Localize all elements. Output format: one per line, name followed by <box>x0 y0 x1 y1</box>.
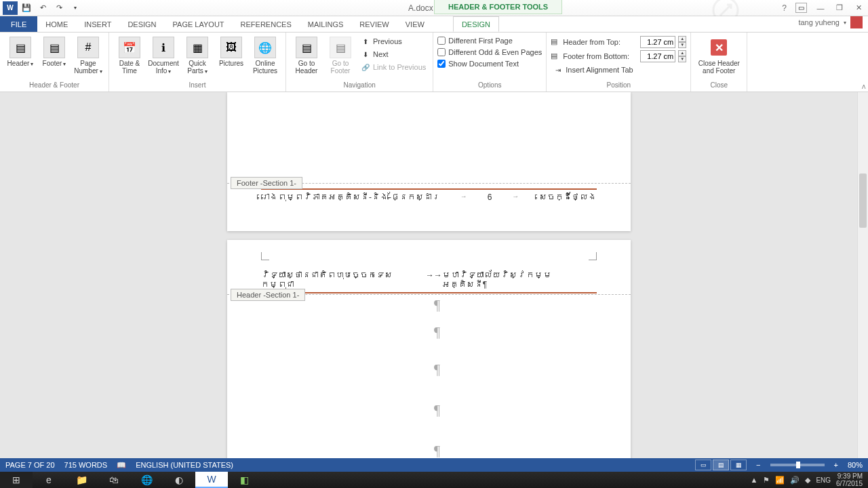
document-info-icon: ℹ <box>153 37 174 58</box>
zoom-in-button[interactable]: + <box>834 461 838 469</box>
document-info-button[interactable]: ℹ Document Info <box>147 34 180 75</box>
taskbar-camtasia-icon[interactable]: ◧ <box>228 472 260 488</box>
show-document-text-checkbox[interactable]: Show Document Text <box>437 58 542 69</box>
link-to-previous-button[interactable]: 🔗Link to Previous <box>358 61 429 73</box>
tab-view[interactable]: VIEW <box>397 16 433 32</box>
header-zone[interactable]: វិទ្យាស្ថានជាតិពហុបច្ចេកទេសកម្ពុជា → → ម… <box>261 270 597 296</box>
link-icon: 🔗 <box>361 62 370 72</box>
tab-file[interactable]: FILE <box>0 16 37 32</box>
different-odd-even-checkbox[interactable]: Different Odd & Even Pages <box>437 47 542 58</box>
zoom-out-button[interactable]: − <box>756 461 760 469</box>
group-header-footer: ▤ Header ▤ Footer # Page Number Header &… <box>0 33 109 92</box>
tray-flag-icon[interactable]: ⚑ <box>763 476 770 485</box>
tray-clock[interactable]: 9:39 PM 6/7/2015 <box>836 472 863 487</box>
goto-footer-button[interactable]: ▤ Go to Footer <box>324 34 357 75</box>
header-top-icon: ▤ <box>551 37 560 47</box>
quick-parts-button[interactable]: ▦ Quick Parts <box>181 34 214 75</box>
footer-bottom-icon: ▤ <box>551 52 560 61</box>
web-layout-button[interactable]: ▦ <box>730 460 747 470</box>
zoom-slider[interactable] <box>770 464 825 466</box>
header-from-top-input[interactable] <box>640 36 675 48</box>
online-pictures-button[interactable]: 🌐 Online Pictures <box>249 34 281 75</box>
next-button[interactable]: ⬇Next <box>358 48 429 60</box>
help-icon[interactable]: ? <box>782 3 787 13</box>
user-name: tang yuheng <box>798 18 840 26</box>
restore-button[interactable]: ❐ <box>830 1 849 15</box>
spinner[interactable]: ▲▼ <box>678 36 686 48</box>
document-canvas[interactable]: Footer -Section 1- រោងពុម្ពវិភាគអគ្គិសនី… <box>0 92 857 464</box>
pilcrow-icon: ¶ <box>434 403 440 418</box>
insert-alignment-tab-button[interactable]: ⇥Insert Alignment Tab <box>551 64 686 76</box>
scrollbar-thumb[interactable] <box>859 174 867 228</box>
language-indicator[interactable]: ENGLISH (UNITED STATES) <box>136 461 233 469</box>
goto-footer-icon: ▤ <box>330 37 351 58</box>
close-window-button[interactable]: ✕ <box>849 1 868 15</box>
close-header-footer-button[interactable]: ✕ Close Header and Footer <box>695 34 743 75</box>
vertical-scrollbar[interactable] <box>857 92 868 464</box>
read-mode-button[interactable]: ▭ <box>695 460 711 470</box>
footer-button[interactable]: ▤ Footer <box>38 34 71 68</box>
word-icon[interactable]: W <box>3 1 18 15</box>
word-count[interactable]: 715 WORDS <box>64 461 108 469</box>
pictures-button[interactable]: 🖼 Pictures <box>215 34 248 67</box>
taskbar: ⊞ e 📁 🛍 🌐 ◐ W ◧ ▲ ⚑ 📶 🔊 ◆ ENG 9:39 PM 6/… <box>0 472 868 488</box>
page: Footer -Section 1- រោងពុម្ពវិភាគអគ្គិសនី… <box>227 92 631 231</box>
footer-zone[interactable]: រោងពុម្ពវិភាគអគ្គិសនី-និង-ផ្នែកស្ដារ → 6… <box>261 188 597 202</box>
pilcrow-icon: ¶ <box>434 325 440 340</box>
tab-references[interactable]: REFERENCES <box>233 16 300 32</box>
save-icon[interactable]: 💾 <box>19 1 34 15</box>
user-account[interactable]: tang yuheng ▾ <box>798 16 863 28</box>
header-from-top-row: ▤ Header from Top: ▲▼ <box>551 35 686 49</box>
tab-mailings[interactable]: MAILINGS <box>300 16 352 32</box>
pictures-icon: 🖼 <box>220 37 242 58</box>
spinner[interactable]: ▲▼ <box>678 50 686 62</box>
tab-arrow-icon: → <box>512 192 519 202</box>
tray-volume-icon[interactable]: 🔊 <box>790 476 800 485</box>
tray-app-icon[interactable]: ◆ <box>805 476 810 485</box>
undo-icon[interactable]: ↶ <box>35 1 50 15</box>
taskbar-ie-icon[interactable]: e <box>33 472 65 488</box>
redo-icon[interactable]: ↷ <box>52 1 66 15</box>
tray-language[interactable]: ENG <box>816 476 831 484</box>
tab-home[interactable]: HOME <box>37 16 76 32</box>
taskbar-browser-icon[interactable]: 🌐 <box>130 472 163 488</box>
tab-hf-design[interactable]: DESIGN <box>453 16 499 32</box>
tab-page-layout[interactable]: PAGE LAYOUT <box>165 16 233 32</box>
footer-from-bottom-input[interactable] <box>640 50 675 62</box>
previous-button[interactable]: ⬆Previous <box>358 35 429 47</box>
goto-header-button[interactable]: ▤ Go to Header <box>290 34 323 75</box>
start-button[interactable]: ⊞ <box>0 472 33 488</box>
footer-section-tag: Footer -Section 1- <box>231 177 302 189</box>
tab-review[interactable]: REVIEW <box>351 16 397 32</box>
tab-insert[interactable]: INSERT <box>76 16 119 32</box>
tab-design[interactable]: DESIGN <box>119 16 164 32</box>
taskbar-app-icon[interactable]: ◐ <box>163 472 195 488</box>
collapse-ribbon-icon[interactable]: ᐱ <box>862 84 865 90</box>
taskbar-word-icon[interactable]: W <box>195 472 228 488</box>
group-options: Different First Page Different Odd & Eve… <box>433 33 547 92</box>
page-indicator[interactable]: PAGE 7 OF 20 <box>5 461 55 469</box>
zoom-level[interactable]: 80% <box>848 461 863 469</box>
qat-customize-icon[interactable]: ▾ <box>68 1 83 15</box>
header-button[interactable]: ▤ Header <box>4 34 37 68</box>
taskbar-store-icon[interactable]: 🛍 <box>98 472 130 488</box>
tab-arrow-icon: → <box>460 192 467 202</box>
tray-up-icon[interactable]: ▲ <box>751 476 758 484</box>
print-layout-button[interactable]: ▤ <box>713 460 729 470</box>
group-position: ▤ Header from Top: ▲▼ ▤ Footer from Bott… <box>547 33 691 92</box>
page-number-icon: # <box>77 37 99 58</box>
tray-network-icon[interactable]: 📶 <box>775 476 785 485</box>
quick-parts-icon: ▦ <box>186 37 208 58</box>
group-label: Insert <box>113 81 281 90</box>
footer-icon: ▤ <box>43 37 65 58</box>
proofing-icon[interactable]: 📖 <box>117 461 126 470</box>
pilcrow-icon: ¶ <box>434 298 440 313</box>
ribbon-display-icon[interactable]: ▭ <box>795 3 807 13</box>
group-label: Position <box>551 81 686 90</box>
footer-right-text: សេចក្ដីថ្លែង <box>539 192 597 202</box>
taskbar-explorer-icon[interactable]: 📁 <box>65 472 98 488</box>
minimize-button[interactable]: — <box>811 1 830 15</box>
date-time-button[interactable]: 📅 Date & Time <box>113 34 146 75</box>
different-first-page-checkbox[interactable]: Different First Page <box>437 35 542 46</box>
page-number-button[interactable]: # Page Number <box>72 34 104 75</box>
